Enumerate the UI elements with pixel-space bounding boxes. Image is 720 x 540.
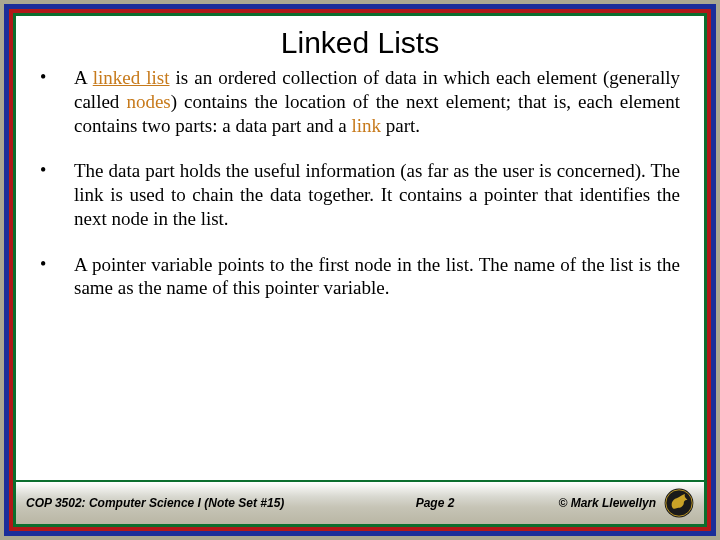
footer-course-info: COP 3502: Computer Science I (Note Set #… [26,496,284,510]
slide-title: Linked Lists [16,26,704,60]
term-linked-list: linked list [93,67,170,88]
frame-red: Linked Lists • A linked list is an order… [9,9,711,531]
bullet-text: A linked list is an ordered collection o… [74,66,680,137]
bullet-text: A pointer variable points to the first n… [74,253,680,301]
slide-outer-border: Linked Lists • A linked list is an order… [0,0,720,540]
bullet-marker: • [36,159,74,230]
ucf-pegasus-logo-icon [664,488,694,518]
bullet-marker: • [36,253,74,301]
frame-green: Linked Lists • A linked list is an order… [13,13,707,527]
term-nodes: nodes [126,91,170,112]
slide-body: • A linked list is an ordered collection… [16,66,704,480]
bullet-item: • A linked list is an ordered collection… [36,66,680,137]
text-run: A [74,67,93,88]
bullet-item: • The data part holds the useful informa… [36,159,680,230]
text-run: part. [381,115,420,136]
footer-copyright: © Mark Llewellyn [558,496,656,510]
bullet-marker: • [36,66,74,137]
term-link: link [352,115,382,136]
bullet-text: The data part holds the useful informati… [74,159,680,230]
frame-blue: Linked Lists • A linked list is an order… [4,4,716,536]
footer-right-group: © Mark Llewellyn [558,488,694,518]
footer-bar: COP 3502: Computer Science I (Note Set #… [16,480,704,524]
bullet-item: • A pointer variable points to the first… [36,253,680,301]
